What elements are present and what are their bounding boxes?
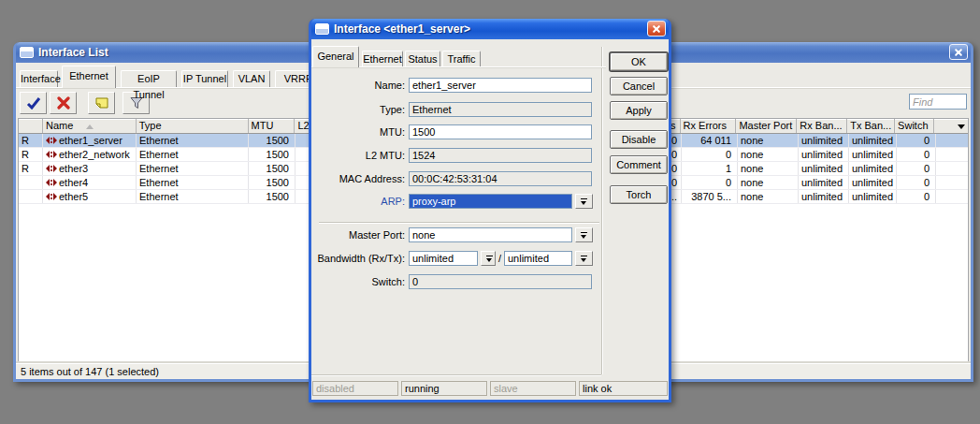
bandwidth-tx-dropdown-icon[interactable] [575, 251, 593, 266]
row-tx-band: unlimited [849, 134, 897, 147]
row-type: Ethernet [137, 134, 249, 147]
row-rx-band: unlimited [799, 148, 849, 161]
mtu-label: MTU: [311, 124, 405, 139]
bandwidth-rx-dropdown-icon[interactable] [481, 251, 496, 266]
find-input[interactable] [909, 94, 967, 110]
column-header-type[interactable]: Type [137, 119, 249, 133]
form-separator [319, 222, 599, 223]
mac-address-label: MAC Address: [311, 171, 405, 186]
disable-cross-icon [56, 96, 71, 110]
type-field [409, 102, 592, 117]
dialog-titlebar[interactable]: Interface <ether1_server> [311, 19, 669, 39]
status-disabled: disabled [312, 381, 398, 396]
tab-ethernet[interactable]: Ethernet [362, 51, 403, 66]
column-header-rx-band[interactable]: Rx Ban... [797, 119, 847, 133]
row-rx-errors: 0 [682, 148, 738, 161]
column-header-master-port[interactable]: Master Port [736, 119, 797, 133]
window-title: Interface List [38, 46, 108, 59]
row-master-port: none [738, 176, 799, 189]
row-rx-errors: 64 011 [682, 134, 738, 147]
column-header-tx-band[interactable]: Tx Ban... [847, 119, 895, 133]
disable-button[interactable]: Disable [610, 130, 668, 149]
row-rx-errors: 0 [682, 176, 738, 189]
arp-select[interactable]: proxy-arp [409, 194, 572, 209]
close-icon[interactable] [647, 21, 666, 37]
row-mtu: 1500 [249, 148, 295, 161]
bandwidth-label: Bandwidth (Rx/Tx): [311, 251, 405, 266]
tab-ip-tunnel[interactable]: IP Tunnel [181, 70, 228, 87]
enable-button[interactable] [20, 92, 47, 114]
ok-button[interactable]: OK [610, 52, 668, 71]
column-header-mtu[interactable]: MTU [249, 119, 295, 133]
row-tx-band: unlimited [849, 148, 897, 161]
dialog-content: General Ethernet Status Traffic Name: Ty… [311, 39, 669, 400]
column-header-flag[interactable] [19, 119, 43, 133]
row-rx-band: unlimited [799, 190, 849, 203]
master-port-dropdown-icon[interactable] [575, 227, 593, 242]
column-header-switch[interactable]: Switch [895, 119, 934, 133]
row-rx-errors: 3870 5... [682, 190, 738, 203]
mtu-field[interactable] [409, 124, 592, 139]
row-rx-band: unlimited [799, 162, 849, 175]
type-label: Type: [311, 102, 405, 117]
switch-label: Switch: [311, 274, 405, 289]
tab-general[interactable]: General [312, 46, 359, 67]
tab-ethernet[interactable]: Ethernet [62, 66, 116, 88]
window-icon [20, 47, 34, 58]
torch-button[interactable]: Torch [610, 185, 668, 204]
row-switch: 0 [897, 134, 936, 147]
column-header-rx-errors[interactable]: Rx Errors [681, 119, 737, 133]
row-mtu: 1500 [249, 134, 295, 147]
comment-button[interactable] [88, 92, 115, 114]
buttons-divider [601, 47, 602, 374]
ethernet-interface-icon [46, 136, 57, 145]
arp-dropdown-icon[interactable] [575, 194, 593, 209]
apply-button[interactable]: Apply [610, 101, 668, 120]
dialog-title: Interface <ether1_server> [334, 22, 470, 36]
tab-vlan[interactable]: VLAN [233, 70, 270, 87]
row-filler [936, 162, 968, 175]
l2mtu-label: L2 MTU: [311, 148, 405, 163]
comment-button[interactable]: Comment [610, 155, 668, 174]
row-flag: R [19, 162, 43, 175]
row-master-port: none [738, 162, 799, 175]
bandwidth-tx-select[interactable]: unlimited [504, 251, 572, 266]
row-name: ether2_network [43, 148, 137, 161]
row-master-port: none [738, 148, 799, 161]
row-mtu: 1500 [249, 176, 295, 189]
chevron-down-icon [958, 124, 965, 129]
disable-button[interactable] [50, 92, 77, 114]
status-slave: slave [490, 381, 576, 396]
cancel-button[interactable]: Cancel [610, 77, 668, 95]
row-flag [19, 190, 43, 203]
row-name: ether4 [43, 176, 137, 189]
bandwidth-separator: / [498, 251, 501, 266]
tab-interface[interactable]: Interface [20, 70, 58, 87]
row-filler [936, 148, 968, 161]
master-port-label: Master Port: [311, 227, 405, 242]
row-master-port: none [738, 134, 799, 147]
close-icon[interactable] [949, 44, 968, 60]
row-flag: R [19, 134, 43, 147]
column-header-filler [934, 119, 950, 133]
status-link-ok: link ok [579, 381, 668, 396]
row-name: ether3 [43, 162, 137, 175]
row-type: Ethernet [137, 148, 249, 161]
row-mtu: 1500 [249, 190, 295, 203]
column-header-name[interactable]: Name [43, 119, 137, 133]
bandwidth-rx-select[interactable]: unlimited [409, 251, 478, 266]
name-field[interactable] [409, 78, 592, 93]
tab-eoip-tunnel[interactable]: EoIP Tunnel [121, 70, 177, 87]
interface-dialog-window: Interface <ether1_server> General Ethern… [309, 19, 671, 402]
row-mtu: 1500 [249, 162, 295, 175]
ethernet-interface-icon [46, 164, 57, 173]
tab-traffic[interactable]: Traffic [442, 51, 481, 66]
sort-ascending-icon [86, 124, 94, 129]
row-rx-band: unlimited [799, 134, 849, 147]
desktop: { "list_window": { "title": "Interface L… [0, 0, 980, 424]
switch-field [409, 274, 592, 289]
row-switch: 0 [897, 148, 936, 161]
column-select-button[interactable] [950, 119, 968, 133]
master-port-select[interactable]: none [409, 227, 572, 242]
tab-status[interactable]: Status [405, 51, 440, 66]
